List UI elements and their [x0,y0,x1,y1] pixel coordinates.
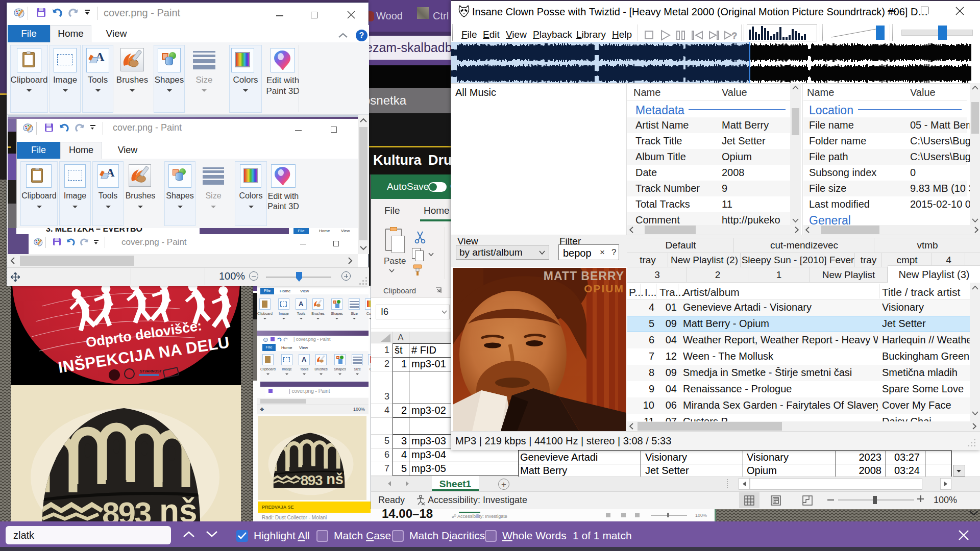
svg-text:?: ? [732,31,737,41]
svg-text:MATT BERRY: MATT BERRY [544,269,624,283]
svg-text:OPIUM: OPIUM [584,283,624,294]
svg-text:nš: nš [159,492,198,521]
svg-text:893: 893 [301,472,323,488]
svg-text:893: 893 [102,495,151,521]
svg-text:nš: nš [326,471,344,487]
